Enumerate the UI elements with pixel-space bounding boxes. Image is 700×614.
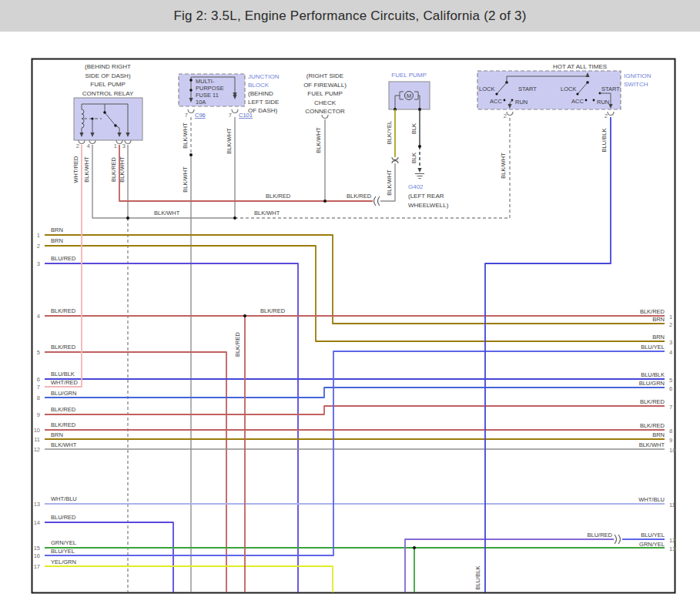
wire-row16-bluyel	[45, 351, 665, 555]
wire-row14-blured	[45, 522, 173, 592]
c96-wire-label-upper: BLK/WHT	[182, 122, 189, 149]
ign-g2-run: RUN	[597, 99, 609, 106]
row-label-l3: BLU/RED	[51, 255, 76, 262]
fuel-pump-label: FUEL PUMP	[391, 72, 427, 79]
check-label-line4: CHECK	[314, 99, 337, 106]
fuel-pump: FUEL PUMP M BLK/YEL BLK/WHT BLK BLK	[386, 72, 430, 196]
relay-pin-2: 2	[76, 143, 79, 149]
row-num-r12: 12	[669, 537, 675, 544]
ground-loc-line2: WHEELWELL)	[408, 202, 449, 209]
row-num-l2: 2	[37, 243, 40, 250]
row-num-l5: 5	[37, 349, 40, 356]
fuse-label-line1: MULTI-	[196, 78, 215, 85]
row-label-l14: BLU/RED	[51, 514, 76, 521]
row-label-l5: BLK/RED	[51, 344, 76, 351]
ground-id: G402	[408, 183, 424, 190]
row-label-r2: BRN	[652, 316, 665, 323]
row-label-l4: BLK/RED	[51, 307, 76, 314]
row-label-l6: BLU/BLK	[51, 371, 75, 377]
ign-g1-start: START	[518, 86, 537, 92]
motor-m: M	[407, 92, 411, 99]
row-num-l4: 4	[37, 313, 40, 320]
row-num-l9: 9	[37, 411, 40, 418]
ignition-pin-2a: 2	[504, 112, 507, 119]
row-label-l9: BLK/RED	[51, 406, 76, 413]
row-label-r1: BLK/RED	[640, 308, 665, 315]
check-label-line5: CONNECTOR	[305, 108, 345, 115]
row-label-r7: BLK/RED	[640, 398, 665, 405]
wire-ignition-blublk	[485, 117, 611, 592]
row-num-r2: 2	[669, 321, 672, 328]
c101-wire-label: BLK/WHT	[226, 128, 233, 154]
row-label-l1: BRN	[51, 226, 63, 233]
wire-row5-blkred	[45, 352, 226, 592]
connector-link-c101[interactable]: C101	[239, 112, 253, 119]
check-wire-label: BLK/WHT	[315, 127, 322, 153]
relay-wire-label-blkwht-a: BLK/WHT	[83, 156, 90, 183]
relay-wire-label-whtred: WHT/RED	[72, 156, 79, 183]
row-label-r5: BLU/BLK	[641, 371, 665, 378]
wire-row1-brn	[45, 235, 665, 324]
row-label-l13: WHT/BLU	[51, 495, 77, 502]
ground-loc-line1: (LEFT REAR	[408, 193, 444, 200]
ground-icon	[415, 174, 424, 179]
row-label-l12: BLK/WHT	[51, 441, 77, 448]
relay-pin-1: 1	[114, 143, 117, 149]
row-num-l14: 14	[34, 519, 40, 526]
net-label-blkwht-a: BLK/WHT	[154, 210, 180, 216]
hot-at-all-times-label: HOT AT ALL TIMES	[553, 63, 607, 70]
blublk-bottom-label: BLU/BLK	[474, 566, 481, 590]
wire-row9-blkred	[45, 406, 665, 414]
row-num-r3: 3	[669, 339, 672, 346]
junction-pin-7a: 7	[185, 112, 188, 119]
row-label-l8: BLU/GRN	[51, 390, 76, 397]
row-num-r10: 10	[669, 447, 675, 454]
fuse-label-line4: 10A	[196, 99, 206, 106]
row4-vert-label: BLK/RED	[234, 331, 241, 357]
row-label-l17: YEL/GRN	[51, 559, 76, 565]
row-num-l12: 12	[34, 446, 40, 453]
row-label-r10: BLK/WHT	[639, 441, 665, 448]
check-label-line2: OF FIREWALL)	[303, 82, 347, 89]
ign-g1-run: RUN	[515, 99, 528, 106]
relay-wire-label-blkred: BLK/RED	[110, 156, 117, 182]
ignition-name-line2: SWITCH	[624, 81, 648, 88]
connector-link-c96[interactable]: C96	[195, 112, 206, 119]
row-num-l11: 11	[34, 436, 40, 443]
row-num-r9: 9	[669, 437, 672, 444]
relay-location-line1: (BEHIND RIGHT	[85, 63, 131, 70]
wire-blkwht-dashed-net	[235, 117, 510, 218]
blured-right-label: BLU/RED	[587, 532, 612, 539]
ign-g2-acc: ACC	[571, 98, 584, 105]
c96-wire-label-lower: BLK/WHT	[182, 166, 189, 193]
junction-block: MULTI- PURPOSE FUSE 11 10A JUNCTION BLOC…	[179, 73, 280, 193]
left-row-labels: 1BRN 2BRN 3BLU/RED 4BLK/RED 5BLK/RED 6BL…	[34, 226, 79, 570]
net-label-blkwht-b: BLK/WHT	[254, 210, 280, 216]
row-num-l16: 16	[34, 552, 40, 559]
ign-g2-lock: LOCK	[561, 86, 576, 92]
row-num-r1: 1	[669, 314, 672, 320]
ign-g1-lock: LOCK	[479, 86, 494, 92]
row-label-l2: BRN	[51, 237, 63, 244]
row-label-r8: BLK/RED	[640, 422, 665, 429]
row-num-l10: 10	[34, 427, 40, 434]
pump-wire-label-blkwht: BLK/WHT	[386, 169, 393, 196]
junction-label-line3: (BEHIND	[248, 90, 273, 97]
row-num-r4: 4	[669, 349, 672, 356]
junction-label-line4: LEFT SIDE	[248, 99, 279, 106]
row-label-l16: BLU/YEL	[51, 548, 75, 555]
inline-connector-icon	[392, 157, 398, 163]
fuel-pump-control-relay: (BEHIND RIGHT SIDE OF DASH) FUEL PUMP CO…	[72, 63, 142, 183]
wire-relay-pin1-blkred	[119, 145, 373, 201]
row-num-l8: 8	[37, 394, 40, 401]
fuse-label-line3: FUSE 11	[196, 92, 219, 99]
row-num-r6: 6	[669, 385, 672, 392]
wire-row2-brn	[45, 246, 665, 341]
pump-wire-label-blk-upper: BLK	[410, 123, 417, 134]
row-num-r8: 8	[669, 428, 672, 434]
row-label-r9: BRN	[652, 431, 665, 438]
row-num-r11: 11	[669, 502, 675, 508]
relay-name-line2: CONTROL RELAY	[82, 90, 134, 97]
ignition-name-line1: IGNITION	[624, 72, 651, 79]
row-num-l1: 1	[37, 232, 40, 239]
